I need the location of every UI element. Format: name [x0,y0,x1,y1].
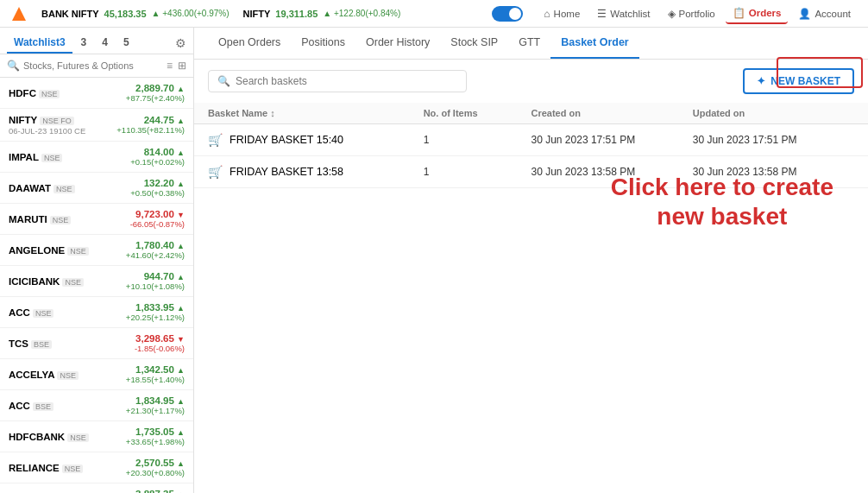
wl-change: +10.10(+1.08%) [126,281,185,291]
nifty-price: 19,311.85 [275,9,318,19]
search-input[interactable] [23,60,163,71]
watchlist-item[interactable]: ACCBSE 1,834.95 ▲ +21.30(+1.17%) [0,390,193,421]
basket-table-row[interactable]: 🛒 FRIDAY BASKET 13:58 1 30 Jun 2023 13:5… [194,156,868,188]
sidebar-search-bar[interactable]: 🔍 ≡ ⊞ [0,54,193,78]
wl-item-left: HDFCNSE [9,87,60,99]
wl-item-right: 3,298.65 ▼ -1.85(-0.06%) [135,333,185,353]
wl-price: 1,833.95 ▲ [126,302,185,313]
watchlist-item[interactable]: DAAWATNSE 132.20 ▲ +0.50(+0.38%) [0,173,193,204]
watchlist-item[interactable]: ACCNSE 1,833.95 ▲ +20.25(+1.12%) [0,297,193,328]
wl-symbol: ACCELYA [9,370,54,380]
wl-change: +0.50(+0.38%) [130,188,185,198]
watchlist-item[interactable]: ICICIBANKNSE 944.70 ▲ +10.10(+1.08%) [0,266,193,297]
main-tab-open-orders[interactable]: Open Orders [208,28,291,59]
wl-symbol: ACC [9,307,30,318]
watchlist-settings-icon[interactable]: ⚙ [175,36,186,50]
main-tab-basket-order[interactable]: Basket Order [550,28,639,59]
watchlist-item[interactable]: HDFCNSE 2,889.70 ▲ +87.75(+2.40%) [0,78,193,109]
wl-item-right: 1,833.95 ▲ +20.25(+1.12%) [126,302,185,322]
wl-symbol: NIFTY [9,115,37,125]
wl-price: 1,342.50 ▲ [126,364,185,375]
theme-toggle[interactable] [492,6,523,22]
watchlist-item[interactable]: IMPALNSE 814.00 ▲ +0.15(+0.02%) [0,142,193,173]
wl-change: +87.75(+2.40%) [126,93,185,103]
nav-orders[interactable]: 📋 Orders [726,3,789,24]
watchlist-item[interactable]: MARUTINSE 9,723.00 ▼ -66.05(-0.87%) [0,204,193,235]
wl-item-right: 1,780.40 ▲ +41.60(+2.42%) [126,240,185,260]
basket-search-bar[interactable]: 🔍 [208,70,467,92]
wl-item-right: 2,889.70 ▲ +87.75(+2.40%) [126,83,185,103]
wl-symbol: ACC [9,401,30,411]
wl-item-left: NIFTYNSE FO 06-JUL-23 19100 CE [9,114,85,136]
basket-table-header: Basket Name ↕No. of ItemsCreated onUpdat… [194,103,868,124]
main-panel: Open OrdersPositionsOrder HistoryStock S… [194,28,868,493]
wl-tag: NSE [41,154,63,162]
wl-price: 944.70 ▲ [126,271,185,281]
wl-symbol: TCS [9,338,28,349]
wl-item-left: TCSBSE [9,338,52,350]
nav-watchlist[interactable]: ☰ Watchlist [590,4,657,23]
basket-row-icon: 🛒 [208,165,223,179]
watchlist-list: HDFCNSE 2,889.70 ▲ +87.75(+2.40%) NIFTYN… [0,78,193,493]
sort-icon[interactable]: ≡ [167,60,173,72]
wl-price: 3,298.65 ▼ [135,333,185,344]
nav-account[interactable]: 👤 Account [791,4,858,23]
main-tab-order-history[interactable]: Order History [355,28,440,59]
wl-item-left: RELIANCENSE [9,462,83,474]
tab-watchlist3[interactable]: Watchlist3 [7,33,72,54]
index-nifty: NIFTY 19,311.85 ▲ +122.80(+0.84%) [243,9,401,19]
wl-price: 2,570.55 ▲ [126,458,185,468]
basket-col-header-1: No. of Items [424,108,531,118]
index-banknifty: BANK NIFTY 45,183.35 ▲ +436.00(+0.97%) [41,9,230,19]
watchlist-item[interactable]: HDFCBANKNSE 1,735.05 ▲ +33.65(+1.98%) [0,421,193,452]
wl-price: 814.00 ▲ [130,147,185,157]
wl-item-left: ACCNSE [9,307,53,319]
wl-item-right: 1,735.05 ▲ +33.65(+1.98%) [126,427,185,446]
tab-3[interactable]: 3 [74,33,94,54]
watchlist-item[interactable]: ACCELYANSE 1,342.50 ▲ +18.55(+1.40%) [0,359,193,390]
watchlist-item[interactable]: DMARTNSE 3,887.35 ▲ +8.15(+0.21%) [0,484,193,493]
nav-portfolio[interactable]: ◈ Portfolio [661,4,722,23]
wl-tag: NSE [57,371,79,380]
wl-item-left: DAAWATNSE [9,182,75,194]
tab-5[interactable]: 5 [116,33,136,54]
app-logo [10,5,28,22]
watchlist-item[interactable]: ANGELONENSE 1,780.40 ▲ +41.60(+2.42%) [0,235,193,266]
filter-icon[interactable]: ⊞ [178,60,186,72]
basket-row-updated: 30 Jun 2023 17:51 PM [693,134,854,146]
wl-symbol: HDFC [9,88,36,98]
nav-home[interactable]: ⌂ Home [537,4,587,23]
wl-symbol: DAAWAT [9,183,51,193]
orders-icon: 📋 [733,7,745,19]
banknifty-name: BANK NIFTY [41,9,99,19]
tab-4[interactable]: 4 [95,33,115,54]
watchlist-item[interactable]: RELIANCENSE 2,570.55 ▲ +20.30(+0.80%) [0,452,193,484]
basket-row-name: 🛒 FRIDAY BASKET 13:58 [208,165,424,179]
basket-row-items: 1 [424,166,531,178]
main-tab-gtt[interactable]: GTT [508,28,550,59]
watchlist-item[interactable]: TCSBSE 3,298.65 ▼ -1.85(-0.06%) [0,328,193,359]
wl-price: 244.75 ▲ [116,115,185,125]
star-icon: ✦ [757,75,765,87]
new-basket-button[interactable]: ✦ NEW BASKET [743,68,854,94]
basket-toolbar: 🔍 ✦ NEW BASKET [194,60,868,103]
basket-row-created: 30 Jun 2023 17:51 PM [531,134,693,146]
home-icon: ⌂ [544,8,550,20]
basket-table-row[interactable]: 🛒 FRIDAY BASKET 15:40 1 30 Jun 2023 17:5… [194,124,868,156]
main-tab-positions[interactable]: Positions [291,28,355,59]
wl-tag: NSE [67,433,89,442]
wl-item-left: ACCBSE [9,400,53,412]
wl-price: 1,735.05 ▲ [126,427,185,437]
svg-marker-0 [12,7,26,21]
basket-row-items: 1 [424,134,531,146]
wl-tag: NSE [53,185,75,193]
main-tab-stock-sip[interactable]: Stock SIP [440,28,508,59]
wl-change: -1.85(-0.06%) [135,344,185,353]
basket-row-updated: 30 Jun 2023 13:58 PM [693,166,854,178]
wl-symbol: HDFCBANK [9,432,65,442]
wl-item-right: 1,342.50 ▲ +18.55(+1.40%) [126,364,185,384]
basket-content: 🔍 ✦ NEW BASKET Basket Name ↕No. of Items… [194,60,868,493]
watchlist-item[interactable]: NIFTYNSE FO 06-JUL-23 19100 CE 244.75 ▲ … [0,109,193,142]
banknifty-change: ▲ +436.00(+0.97%) [152,9,230,18]
basket-search-input[interactable] [236,75,457,87]
